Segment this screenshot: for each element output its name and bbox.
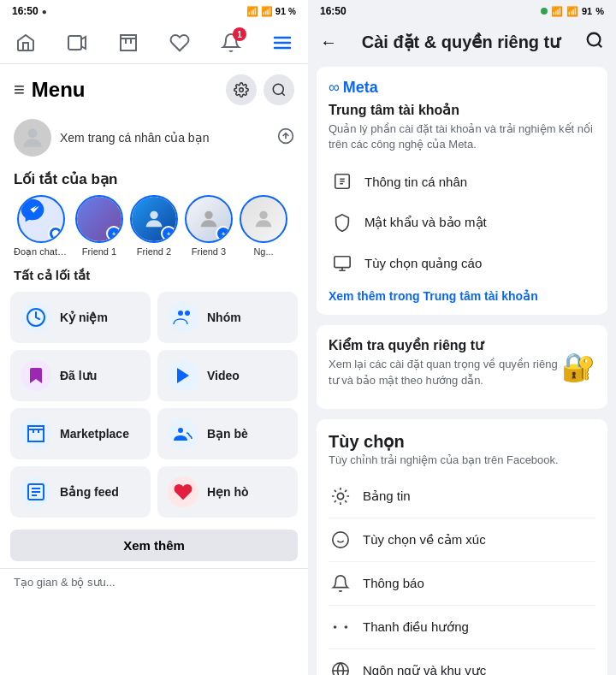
menu-title-text: Menu (32, 78, 86, 102)
story-avatar-1: + (75, 195, 123, 243)
svg-rect-16 (335, 257, 350, 268)
story-avatar-4 (240, 195, 287, 243)
memories-label: Kỷ niệm (60, 311, 108, 324)
video-shortcut-icon (168, 360, 198, 391)
newsfeed-settings-item[interactable]: Bảng tin (329, 475, 595, 518)
bottom-nav: 1 (0, 22, 308, 64)
shortcuts-section-label: Lối tắt của bạn (0, 163, 308, 192)
notifications-icon (329, 571, 352, 595)
navbar-icon (329, 615, 352, 639)
friends-icon (168, 418, 198, 449)
privacy-check-icon: 🔐 (561, 351, 595, 383)
saved-label: Đã lưu (60, 369, 97, 382)
profile-row[interactable]: Xem trang cá nhân của bạn (0, 112, 308, 163)
newsfeed-label: Bảng tin (363, 488, 411, 504)
privacy-check-card[interactable]: Kiểm tra quyền riêng tư Xem lại các cài … (317, 325, 607, 408)
right-status-time: 16:50 (320, 5, 346, 17)
meta-account-center-link[interactable]: Xem thêm trong Trung tâm tài khoản (329, 289, 595, 303)
marketplace-label: Marketplace (60, 427, 129, 441)
menu-nav-button[interactable] (265, 29, 299, 56)
shortcut-friends[interactable]: Bạn bè (157, 408, 298, 459)
meta-logo: ∞ Meta (329, 79, 595, 97)
left-status-icons: 📶 📶 91 % (246, 6, 296, 17)
meta-logo-text: Meta (343, 79, 378, 97)
menu-settings-button[interactable] (226, 74, 257, 105)
story-item-chat[interactable]: Đoạn chat chung (14, 195, 68, 258)
menu-header: ≡ Menu (0, 64, 308, 112)
menu-header-icons (226, 74, 294, 105)
shortcut-saved[interactable]: Đã lưu (10, 350, 151, 401)
svg-point-10 (185, 311, 190, 316)
navbar-settings-item[interactable]: Thanh điều hướng (329, 606, 595, 649)
shortcut-video[interactable]: Video (157, 350, 298, 401)
marketplace-icon (21, 418, 51, 449)
dating-icon (168, 477, 198, 507)
svg-point-23 (333, 663, 348, 675)
password-security-item[interactable]: Mật khẩu và bảo mật (329, 202, 595, 243)
reactions-label: Tùy chọn về cảm xúc (363, 532, 486, 548)
story-badge-chat (48, 226, 63, 241)
password-security-label: Mật khẩu và bảo mật (364, 215, 487, 230)
dating-label: Hẹn hò (207, 485, 249, 499)
story-name-2: Friend 2 (137, 246, 171, 257)
battery-icon: % (288, 7, 296, 16)
feed-label: Bảng feed (60, 485, 119, 499)
right-panel: 16:50 📶 📶 91 % ← Cài đặt & quyền riêng t… (308, 0, 616, 675)
right-battery-label: 91 (582, 6, 592, 16)
notifications-label: Thông báo (363, 576, 424, 590)
right-status-icons: 📶 📶 91 % (541, 6, 604, 17)
battery-label: 91 (275, 6, 286, 16)
svg-point-9 (178, 311, 183, 316)
back-button[interactable]: ← (320, 33, 337, 52)
svg-point-2 (273, 84, 283, 94)
meta-card-desc: Quản lý phần cài đặt tài khoản và trải n… (329, 121, 595, 152)
wifi-icon: 📶 (246, 6, 258, 17)
options-desc: Tùy chỉnh trải nghiệm của bạn trên Faceb… (329, 453, 595, 466)
settings-search-button[interactable] (585, 31, 604, 53)
shortcut-feed[interactable]: Bảng feed (10, 466, 151, 518)
shortcut-dating[interactable]: Hẹn hò (157, 466, 298, 518)
see-more-button[interactable]: Xem thêm (10, 530, 298, 561)
options-title: Tùy chọn (329, 431, 595, 452)
reactions-settings-item[interactable]: Tùy chọn về cảm xúc (329, 518, 595, 562)
newsfeed-icon (329, 484, 352, 508)
personal-info-item[interactable]: Thông tin cá nhân (329, 161, 595, 202)
all-shortcuts-label: Tất cả lối tắt (0, 264, 308, 287)
meta-card-title: Trung tâm tài khoản (329, 102, 595, 118)
story-item-2[interactable]: + Friend 2 (130, 195, 178, 258)
notifications-settings-item[interactable]: Thông báo (329, 562, 595, 606)
settings-page-title: Cài đặt & quyền riêng tư (337, 32, 585, 52)
marketplace-nav-button[interactable] (111, 29, 145, 56)
shortcut-groups[interactable]: Nhóm (157, 292, 298, 343)
saved-icon (21, 360, 51, 391)
right-wifi-icon: 📶 (551, 6, 563, 17)
right-status-dot (541, 8, 548, 15)
meta-infinity-icon: ∞ (329, 79, 340, 97)
language-settings-item[interactable]: Ngôn ngữ và khu vực (329, 649, 595, 675)
privacy-check-desc: Xem lại các cài đặt quan trọng về quyền … (329, 357, 561, 388)
notification-badge: 1 (233, 27, 246, 41)
story-item-4[interactable]: Ng... (240, 195, 287, 258)
favorites-nav-button[interactable] (163, 29, 197, 56)
video-nav-button[interactable] (60, 29, 94, 56)
menu-search-button[interactable] (264, 74, 294, 105)
story-badge-3: + (216, 226, 231, 241)
personal-info-icon (329, 168, 356, 195)
notification-nav-button[interactable]: 1 (214, 29, 248, 56)
ad-preferences-item[interactable]: Tùy chọn quảng cáo (329, 243, 595, 284)
options-section: Tùy chọn Tùy chỉnh trải nghiệm của bạn t… (317, 419, 607, 675)
shortcut-memories[interactable]: Kỷ niệm (10, 292, 151, 343)
svg-point-5 (150, 211, 157, 219)
shortcut-marketplace[interactable]: Marketplace (10, 408, 151, 459)
story-item-1[interactable]: + Friend 1 (75, 195, 123, 258)
svg-point-7 (259, 211, 267, 219)
recording-dot: ● (42, 7, 47, 16)
profile-arrow (277, 127, 294, 148)
left-panel: 16:50 ● 📶 📶 91 % 1 (0, 0, 308, 675)
story-badge-2: + (161, 226, 176, 241)
home-nav-button[interactable] (9, 29, 43, 56)
language-label: Ngôn ngữ và khu vực (363, 663, 486, 675)
svg-point-17 (337, 493, 343, 499)
menu-title: ≡ Menu (14, 78, 86, 102)
story-item-3[interactable]: + Friend 3 (185, 195, 233, 258)
